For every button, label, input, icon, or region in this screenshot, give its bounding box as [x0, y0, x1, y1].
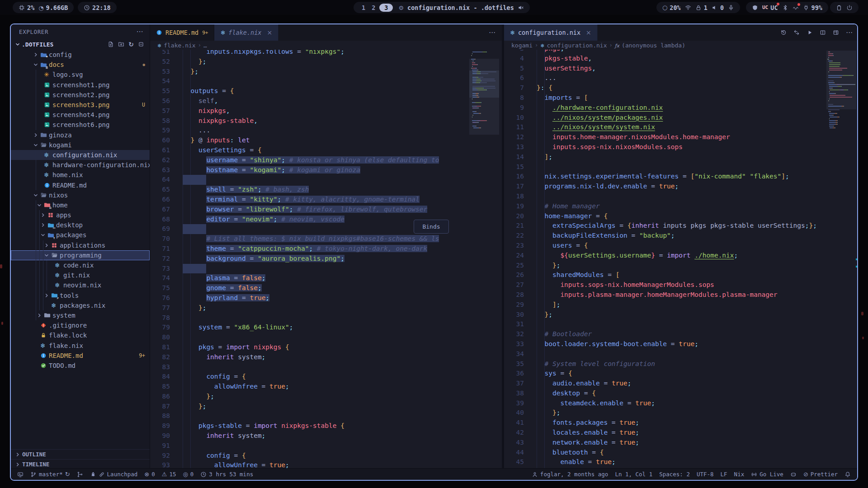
breadcrumb-item[interactable]: kogami — [511, 42, 533, 49]
mic-icon[interactable] — [728, 5, 734, 11]
tab-README.md[interactable]: README.md9+ — [150, 24, 214, 41]
clipboard-icon[interactable] — [836, 5, 842, 11]
code-line[interactable]: 88 — [150, 411, 468, 421]
brightness-icon[interactable]: ○20% — [662, 4, 681, 11]
workspace-root-row[interactable]: .DOTFILES ↻ — [11, 39, 150, 50]
code-line[interactable]: 74 plasma = false; — [150, 273, 468, 283]
status-item[interactable] — [844, 471, 851, 478]
code-line[interactable]: 90 inherit system; — [150, 431, 468, 441]
tree-item[interactable]: ↗tools — [11, 291, 150, 300]
code-area[interactable]: 51 inputs.nixpkgs.follows = "nixpkgs";52… — [150, 50, 502, 469]
more-actions-icon[interactable]: ⋯ — [489, 29, 495, 36]
status-item-launchpad[interactable]: Launchpad — [90, 471, 138, 478]
bluetooth-icon[interactable] — [782, 5, 788, 11]
code-line[interactable]: 5 userSettings, — [504, 64, 826, 74]
tab-configuration.nix[interactable]: ❄configuration.nix× — [504, 24, 598, 41]
code-line[interactable]: 51 inputs.nixpkgs.follows = "nixpkgs"; — [150, 50, 468, 57]
tree-item[interactable]: programming — [11, 250, 150, 260]
status-item-utf-8[interactable]: UTF-8 — [697, 471, 714, 478]
tree-item[interactable]: ⌂home — [11, 200, 150, 210]
tab-flake.nix[interactable]: ❄flake.nix× — [214, 24, 278, 41]
tree-item[interactable]: README.md — [11, 180, 150, 190]
code-line[interactable]: 65 shell = "zsh"; # bash, zsh — [150, 185, 468, 195]
code-line[interactable]: 81 pkgs = import nixpkgs { — [150, 343, 468, 352]
tree-item[interactable]: ❄neovim.nix — [11, 280, 150, 290]
breadcrumb-item[interactable]: … — [203, 42, 207, 49]
split-editor-icon[interactable] — [820, 29, 826, 36]
status-item-prettier[interactable]: ⊘Prettier — [803, 471, 838, 478]
speaker-muted-icon[interactable] — [518, 5, 524, 11]
tree-item[interactable]: *config — [11, 50, 150, 60]
code-line[interactable]: 67 browser = "librewolf"; # firefox, lib… — [150, 205, 468, 215]
code-line[interactable]: 58 nixpkgs-stable, — [150, 116, 468, 126]
code-line[interactable]: 61 userSettings = { — [150, 145, 468, 155]
code-line[interactable]: 57 nixpkgs, — [150, 106, 468, 116]
code-line[interactable]: 77 }; — [150, 303, 468, 313]
code-line[interactable]: 19 # Home manager — [504, 202, 826, 211]
status-item-go-live[interactable]: Go Live — [751, 471, 783, 478]
code-line[interactable]: 35 # System level configuration — [504, 359, 826, 369]
code-line[interactable]: 38 desktop = { — [504, 389, 826, 399]
session-tray[interactable] — [830, 2, 859, 13]
code-line[interactable]: 15 — [504, 162, 826, 172]
minimap[interactable] — [827, 51, 855, 129]
code-line[interactable]: 86 }; — [150, 392, 468, 402]
code-line[interactable]: 72 background = "aurora_borealis.png"; — [150, 254, 468, 264]
tree-item[interactable]: screenshot1.png — [11, 80, 150, 90]
tree-item[interactable]: ❄packages.nix — [11, 300, 150, 310]
code-line[interactable]: 22 backupFileExtension = "backup"; — [504, 231, 826, 241]
tree-item[interactable]: .gitignore — [11, 320, 150, 330]
code-line[interactable]: 30 }; — [504, 310, 826, 320]
tree-item[interactable]: ❄flake.nix — [11, 340, 150, 350]
code-line[interactable]: 52 }; — [150, 57, 468, 67]
collapse-all-icon[interactable] — [138, 41, 144, 47]
system-stats-module[interactable]: 2% ◔9.66GB — [13, 2, 74, 13]
status-item-nix[interactable]: Nix — [734, 471, 745, 478]
code-line[interactable]: 27 inputs.sops-nix.homeManagerModules.so… — [504, 280, 826, 290]
code-line[interactable]: 40 }; — [504, 408, 826, 418]
power-icon[interactable] — [846, 5, 853, 11]
timeline-panel-header[interactable]: TIMELINE — [11, 459, 150, 469]
tree-item[interactable]: README.md9+ — [11, 351, 150, 361]
code-area[interactable]: 3 pkgs,4 pkgs-stable,5 userSettings,6 ..… — [504, 50, 858, 469]
code-line[interactable]: 80 — [150, 333, 468, 343]
breadcrumb[interactable]: kogami›❄configuration.nix›ƒx(anonymous l… — [504, 41, 858, 50]
code-line[interactable]: 66 terminal = "kitty"; # kitty, alacritt… — [150, 195, 468, 205]
tree-item[interactable]: ❄configuration.nix — [11, 150, 150, 160]
code-line[interactable]: 29 ]; — [504, 300, 826, 310]
tree-item[interactable]: system — [11, 310, 150, 320]
code-line[interactable]: 71 theme = "catppuccin-mocha"; # tokyo-n… — [150, 244, 468, 254]
power-plug-icon[interactable]: 99% — [803, 4, 822, 11]
status-item-foglar-2-months-ago[interactable]: foglar, 2 months ago — [532, 471, 609, 478]
status-item[interactable] — [17, 471, 24, 478]
code-line[interactable]: 62 username = "shinya"; # konsta or shin… — [150, 155, 468, 165]
code-line[interactable]: 39 steamdeck.enable = true; — [504, 399, 826, 408]
tree-item[interactable]: screenshot4.png — [11, 110, 150, 120]
status-tray-2[interactable]: UCUC99% — [746, 2, 828, 13]
status-item[interactable] — [77, 471, 83, 478]
code-line[interactable]: 70 # List all themes: $ nix build nixpkg… — [150, 234, 468, 244]
code-line[interactable]: 82 inherit system; — [150, 352, 468, 362]
new-folder-icon[interactable] — [118, 41, 124, 47]
code-line[interactable]: 32 # Bootloader — [504, 329, 826, 339]
wave-tray-icon[interactable] — [793, 5, 799, 11]
code-line[interactable]: 3 pkgs, — [504, 50, 826, 54]
status-tray-1[interactable]: ○20%10 — [656, 2, 740, 13]
code-line[interactable]: 24 ${userSettings.username} = import ./h… — [504, 251, 826, 261]
code-line[interactable]: 17 programs.nix-ld.dev.enable = true; — [504, 182, 826, 192]
status-item-lf[interactable]: LF — [721, 471, 727, 478]
code-line[interactable]: 33 boot.loader.systemd-boot.enable = tru… — [504, 339, 826, 349]
code-line[interactable]: 45 enable = true; — [504, 457, 826, 467]
code-line[interactable]: 26 sharedModules = [ — [504, 270, 826, 280]
wifi-icon[interactable] — [685, 5, 691, 11]
uc-tray-icon[interactable]: UCUC — [762, 4, 778, 11]
close-icon[interactable]: × — [586, 29, 591, 36]
code-line[interactable]: 85 allowUnfree = true; — [150, 382, 468, 392]
code-line[interactable]: 34 — [504, 349, 826, 359]
code-line[interactable]: 16 nix.settings.experimental-features = … — [504, 172, 826, 182]
minimap[interactable] — [470, 51, 498, 129]
breadcrumb-item[interactable]: ƒx(anonymous lambda) — [615, 42, 685, 49]
breadcrumb[interactable]: ❄flake.nix›… — [150, 41, 502, 50]
status-item[interactable] — [790, 471, 797, 478]
speaker-icon[interactable]: 0 — [712, 4, 724, 11]
